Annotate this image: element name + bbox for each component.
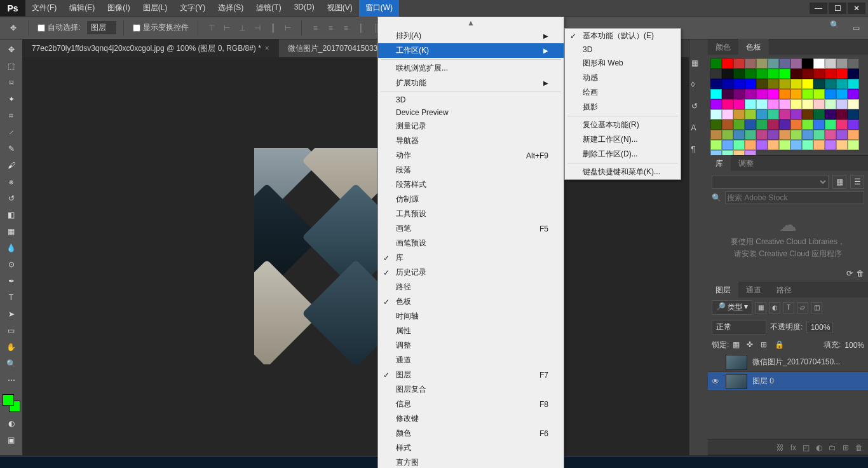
swatch[interactable] xyxy=(768,89,779,99)
ws-shortcuts[interactable]: 键盘快捷键和菜单(K)... xyxy=(565,165,681,179)
swatch[interactable] xyxy=(802,59,813,69)
swatch[interactable] xyxy=(779,109,790,120)
mask-icon[interactable]: ◰ xyxy=(803,443,810,452)
tab-channels[interactable]: 通道 xyxy=(738,282,769,299)
swatch[interactable] xyxy=(710,109,722,120)
layer-row[interactable]: 👁 图层 0 xyxy=(708,372,868,391)
menu-view[interactable]: 视图(V) xyxy=(321,0,359,17)
swatch[interactable] xyxy=(813,89,825,99)
menu-properties[interactable]: 属性 xyxy=(378,324,564,338)
menu-tool-presets[interactable]: 工具预设 xyxy=(378,207,564,221)
swatch[interactable] xyxy=(710,89,722,99)
swatch[interactable] xyxy=(848,59,859,69)
doc-tab-1[interactable]: 77ec2b70ly1ffdsv3qnq4j20xc0xcgol.jpg @ 1… xyxy=(23,39,279,57)
menu-brush-presets[interactable]: 画笔预设 xyxy=(378,236,564,251)
filter-adjust-icon[interactable]: ◐ xyxy=(769,302,780,313)
dock-icon-2[interactable]: ◊ xyxy=(691,80,707,95)
menu-extensions[interactable]: 扩展功能▶ xyxy=(378,76,564,90)
visibility-icon[interactable]: 👁 xyxy=(712,377,721,386)
color-swatch[interactable] xyxy=(3,394,20,415)
ws-new[interactable]: 新建工作区(N)... xyxy=(565,132,681,147)
swatch[interactable] xyxy=(733,140,745,150)
swatch[interactable] xyxy=(790,130,802,140)
swatch[interactable] xyxy=(825,140,836,150)
menu-window[interactable]: 窗口(W) xyxy=(359,0,399,17)
swatch[interactable] xyxy=(813,99,825,109)
scroll-up-icon[interactable]: ▲ xyxy=(378,17,564,29)
swatch[interactable] xyxy=(710,130,722,140)
menu-clone-source[interactable]: 仿制源 xyxy=(378,192,564,207)
panel-layout[interactable]: ▭ xyxy=(849,21,863,35)
library-search[interactable] xyxy=(725,191,864,204)
menu-brush[interactable]: 画笔F5 xyxy=(378,221,564,236)
swatch[interactable] xyxy=(813,130,825,140)
swatch[interactable] xyxy=(779,79,790,89)
swatch[interactable] xyxy=(790,89,802,99)
menu-layers[interactable]: ✓图层F7 xyxy=(378,368,564,382)
tab-adjustments[interactable]: 调整 xyxy=(731,155,761,172)
ws-default[interactable]: ✓基本功能（默认）(E) xyxy=(565,29,681,43)
history-brush-tool[interactable]: ↺ xyxy=(3,191,20,206)
edit-toolbar[interactable]: ⋯ xyxy=(3,373,20,388)
search-icon[interactable]: 🔍 xyxy=(830,20,845,36)
hand-tool[interactable]: ✋ xyxy=(3,340,20,355)
swatch[interactable] xyxy=(756,89,768,99)
menu-3d[interactable]: 3D(D) xyxy=(288,0,321,17)
layer-thumb[interactable] xyxy=(726,374,747,389)
lasso-tool[interactable]: ⌑ xyxy=(3,75,20,90)
swatch[interactable] xyxy=(813,79,825,89)
cloud-sync-icon[interactable]: ⟳ xyxy=(846,269,853,278)
blur-tool[interactable]: 💧 xyxy=(3,240,20,256)
swatch[interactable] xyxy=(779,130,790,140)
menu-paths[interactable]: 路径 xyxy=(378,280,564,294)
ws-graphic[interactable]: 图形和 Web xyxy=(565,56,681,71)
menu-arrange[interactable]: 排列(A)▶ xyxy=(378,29,564,43)
swatch[interactable] xyxy=(790,59,802,69)
tab-swatches[interactable]: 色板 xyxy=(738,39,769,56)
lib-list-icon[interactable]: ☰ xyxy=(850,175,864,189)
swatch[interactable] xyxy=(802,109,813,120)
swatch[interactable] xyxy=(768,140,779,150)
swatch[interactable] xyxy=(722,79,733,89)
ws-delete[interactable]: 删除工作区(D)... xyxy=(565,147,681,162)
tab-libraries[interactable]: 库 xyxy=(708,155,731,172)
menu-browse-ext[interactable]: 联机浏览扩展... xyxy=(378,61,564,76)
pen-tool[interactable]: ✒ xyxy=(3,273,20,289)
filter-pixel-icon[interactable]: ▦ xyxy=(755,302,766,313)
menu-channels[interactable]: 通道 xyxy=(378,353,564,368)
healing-tool[interactable]: ✎ xyxy=(3,141,20,156)
swatch[interactable] xyxy=(756,69,768,79)
swatch[interactable] xyxy=(790,120,802,130)
swatch[interactable] xyxy=(745,79,756,89)
swatch[interactable] xyxy=(848,89,859,99)
menu-layer[interactable]: 图层(L) xyxy=(137,0,174,17)
swatch[interactable] xyxy=(836,120,848,130)
swatch[interactable] xyxy=(802,89,813,99)
dodge-tool[interactable]: ⊙ xyxy=(3,257,20,272)
swatch[interactable] xyxy=(848,99,859,109)
menu-modifier-keys[interactable]: 修改键 xyxy=(378,411,564,426)
swatch[interactable] xyxy=(848,120,859,130)
fx-icon[interactable]: fx xyxy=(790,443,796,452)
swatch[interactable] xyxy=(848,109,859,120)
swatch[interactable] xyxy=(710,79,722,89)
swatch[interactable] xyxy=(768,79,779,89)
swatch[interactable] xyxy=(802,120,813,130)
dock-icon-3[interactable]: ↺ xyxy=(691,102,707,117)
ws-motion[interactable]: 动感 xyxy=(565,71,681,85)
menu-info[interactable]: 信息F8 xyxy=(378,397,564,411)
tab-layers[interactable]: 图层 xyxy=(708,282,738,299)
swatch[interactable] xyxy=(836,130,848,140)
ws-painting[interactable]: 绘画 xyxy=(565,85,681,100)
menu-filter[interactable]: 滤镜(T) xyxy=(250,0,287,17)
delete-icon[interactable]: 🗑 xyxy=(855,443,863,452)
swatch[interactable] xyxy=(790,140,802,150)
swatch[interactable] xyxy=(745,120,756,130)
swatch[interactable] xyxy=(802,130,813,140)
swatch[interactable] xyxy=(768,109,779,120)
menu-styles[interactable]: 样式 xyxy=(378,441,564,455)
swatch[interactable] xyxy=(768,99,779,109)
window-maximize[interactable]: ☐ xyxy=(829,3,846,14)
layer-name[interactable]: 图层 0 xyxy=(752,376,774,387)
swatch[interactable] xyxy=(848,69,859,79)
